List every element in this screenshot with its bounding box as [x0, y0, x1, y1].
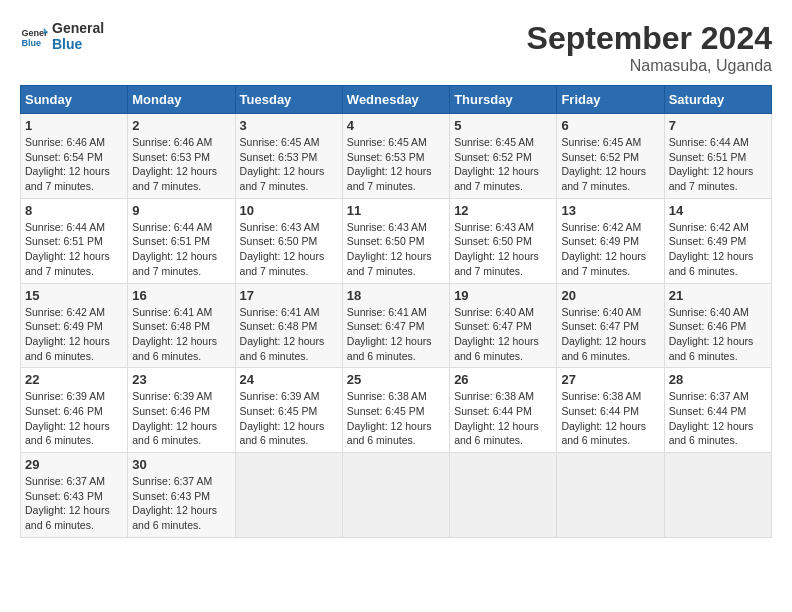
day-number: 7 — [669, 118, 767, 133]
day-info: Sunrise: 6:38 AMSunset: 6:45 PMDaylight:… — [347, 389, 445, 448]
day-info: Sunrise: 6:42 AMSunset: 6:49 PMDaylight:… — [25, 305, 123, 364]
day-cell — [450, 453, 557, 538]
day-cell: 16Sunrise: 6:41 AMSunset: 6:48 PMDayligh… — [128, 283, 235, 368]
day-number: 14 — [669, 203, 767, 218]
sunrise: Sunrise: 6:37 AM — [669, 390, 749, 402]
sunrise: Sunrise: 6:42 AM — [25, 306, 105, 318]
day-cell: 28Sunrise: 6:37 AMSunset: 6:44 PMDayligh… — [664, 368, 771, 453]
day-cell — [664, 453, 771, 538]
day-number: 28 — [669, 372, 767, 387]
sunset: Sunset: 6:50 PM — [347, 235, 425, 247]
daylight: Daylight: 12 hours and 6 minutes. — [132, 335, 217, 362]
sunset: Sunset: 6:49 PM — [561, 235, 639, 247]
sunset: Sunset: 6:43 PM — [25, 490, 103, 502]
header-cell-tuesday: Tuesday — [235, 86, 342, 114]
header-cell-saturday: Saturday — [664, 86, 771, 114]
day-cell: 27Sunrise: 6:38 AMSunset: 6:44 PMDayligh… — [557, 368, 664, 453]
title-area: September 2024 Namasuba, Uganda — [527, 20, 772, 75]
logo-text-blue: Blue — [52, 36, 104, 52]
sunrise: Sunrise: 6:46 AM — [25, 136, 105, 148]
sunrise: Sunrise: 6:46 AM — [132, 136, 212, 148]
day-number: 2 — [132, 118, 230, 133]
calendar-body: 1Sunrise: 6:46 AMSunset: 6:54 PMDaylight… — [21, 114, 772, 538]
day-number: 10 — [240, 203, 338, 218]
sunrise: Sunrise: 6:43 AM — [347, 221, 427, 233]
day-info: Sunrise: 6:39 AMSunset: 6:46 PMDaylight:… — [25, 389, 123, 448]
sunset: Sunset: 6:51 PM — [669, 151, 747, 163]
day-cell: 10Sunrise: 6:43 AMSunset: 6:50 PMDayligh… — [235, 198, 342, 283]
sunset: Sunset: 6:49 PM — [669, 235, 747, 247]
day-cell: 3Sunrise: 6:45 AMSunset: 6:53 PMDaylight… — [235, 114, 342, 199]
day-info: Sunrise: 6:44 AMSunset: 6:51 PMDaylight:… — [25, 220, 123, 279]
day-number: 17 — [240, 288, 338, 303]
sunrise: Sunrise: 6:39 AM — [132, 390, 212, 402]
sunrise: Sunrise: 6:41 AM — [347, 306, 427, 318]
day-cell: 14Sunrise: 6:42 AMSunset: 6:49 PMDayligh… — [664, 198, 771, 283]
daylight: Daylight: 12 hours and 7 minutes. — [25, 165, 110, 192]
location-title: Namasuba, Uganda — [527, 57, 772, 75]
sunset: Sunset: 6:53 PM — [347, 151, 425, 163]
calendar-header: SundayMondayTuesdayWednesdayThursdayFrid… — [21, 86, 772, 114]
day-info: Sunrise: 6:38 AMSunset: 6:44 PMDaylight:… — [454, 389, 552, 448]
daylight: Daylight: 12 hours and 7 minutes. — [561, 165, 646, 192]
day-cell: 25Sunrise: 6:38 AMSunset: 6:45 PMDayligh… — [342, 368, 449, 453]
day-number: 25 — [347, 372, 445, 387]
sunset: Sunset: 6:48 PM — [240, 320, 318, 332]
day-number: 12 — [454, 203, 552, 218]
daylight: Daylight: 12 hours and 6 minutes. — [132, 420, 217, 447]
sunrise: Sunrise: 6:37 AM — [132, 475, 212, 487]
daylight: Daylight: 12 hours and 6 minutes. — [454, 420, 539, 447]
day-info: Sunrise: 6:41 AMSunset: 6:48 PMDaylight:… — [240, 305, 338, 364]
daylight: Daylight: 12 hours and 7 minutes. — [454, 165, 539, 192]
day-info: Sunrise: 6:37 AMSunset: 6:43 PMDaylight:… — [25, 474, 123, 533]
sunset: Sunset: 6:46 PM — [669, 320, 747, 332]
day-cell: 23Sunrise: 6:39 AMSunset: 6:46 PMDayligh… — [128, 368, 235, 453]
sunset: Sunset: 6:44 PM — [561, 405, 639, 417]
day-info: Sunrise: 6:40 AMSunset: 6:47 PMDaylight:… — [561, 305, 659, 364]
daylight: Daylight: 12 hours and 6 minutes. — [669, 335, 754, 362]
day-info: Sunrise: 6:43 AMSunset: 6:50 PMDaylight:… — [240, 220, 338, 279]
logo-text-general: General — [52, 20, 104, 36]
sunset: Sunset: 6:50 PM — [454, 235, 532, 247]
day-number: 9 — [132, 203, 230, 218]
week-row-1: 1Sunrise: 6:46 AMSunset: 6:54 PMDaylight… — [21, 114, 772, 199]
day-number: 22 — [25, 372, 123, 387]
day-number: 13 — [561, 203, 659, 218]
sunset: Sunset: 6:47 PM — [561, 320, 639, 332]
day-cell: 11Sunrise: 6:43 AMSunset: 6:50 PMDayligh… — [342, 198, 449, 283]
day-info: Sunrise: 6:41 AMSunset: 6:48 PMDaylight:… — [132, 305, 230, 364]
day-info: Sunrise: 6:44 AMSunset: 6:51 PMDaylight:… — [132, 220, 230, 279]
day-cell: 8Sunrise: 6:44 AMSunset: 6:51 PMDaylight… — [21, 198, 128, 283]
sunrise: Sunrise: 6:38 AM — [561, 390, 641, 402]
day-info: Sunrise: 6:37 AMSunset: 6:44 PMDaylight:… — [669, 389, 767, 448]
day-cell: 13Sunrise: 6:42 AMSunset: 6:49 PMDayligh… — [557, 198, 664, 283]
day-info: Sunrise: 6:40 AMSunset: 6:46 PMDaylight:… — [669, 305, 767, 364]
day-number: 6 — [561, 118, 659, 133]
sunset: Sunset: 6:45 PM — [240, 405, 318, 417]
day-info: Sunrise: 6:45 AMSunset: 6:53 PMDaylight:… — [240, 135, 338, 194]
day-cell: 7Sunrise: 6:44 AMSunset: 6:51 PMDaylight… — [664, 114, 771, 199]
sunrise: Sunrise: 6:39 AM — [240, 390, 320, 402]
week-row-4: 22Sunrise: 6:39 AMSunset: 6:46 PMDayligh… — [21, 368, 772, 453]
daylight: Daylight: 12 hours and 6 minutes. — [132, 504, 217, 531]
header-row: SundayMondayTuesdayWednesdayThursdayFrid… — [21, 86, 772, 114]
sunset: Sunset: 6:53 PM — [132, 151, 210, 163]
day-number: 27 — [561, 372, 659, 387]
sunset: Sunset: 6:43 PM — [132, 490, 210, 502]
day-cell: 19Sunrise: 6:40 AMSunset: 6:47 PMDayligh… — [450, 283, 557, 368]
day-cell — [342, 453, 449, 538]
sunset: Sunset: 6:51 PM — [132, 235, 210, 247]
daylight: Daylight: 12 hours and 6 minutes. — [561, 335, 646, 362]
day-cell — [557, 453, 664, 538]
logo-icon: General Blue — [20, 22, 48, 50]
sunrise: Sunrise: 6:45 AM — [454, 136, 534, 148]
daylight: Daylight: 12 hours and 7 minutes. — [454, 250, 539, 277]
daylight: Daylight: 12 hours and 6 minutes. — [669, 250, 754, 277]
daylight: Daylight: 12 hours and 7 minutes. — [669, 165, 754, 192]
day-number: 1 — [25, 118, 123, 133]
day-cell: 5Sunrise: 6:45 AMSunset: 6:52 PMDaylight… — [450, 114, 557, 199]
svg-text:Blue: Blue — [21, 38, 41, 48]
day-info: Sunrise: 6:38 AMSunset: 6:44 PMDaylight:… — [561, 389, 659, 448]
day-info: Sunrise: 6:46 AMSunset: 6:54 PMDaylight:… — [25, 135, 123, 194]
sunrise: Sunrise: 6:45 AM — [240, 136, 320, 148]
